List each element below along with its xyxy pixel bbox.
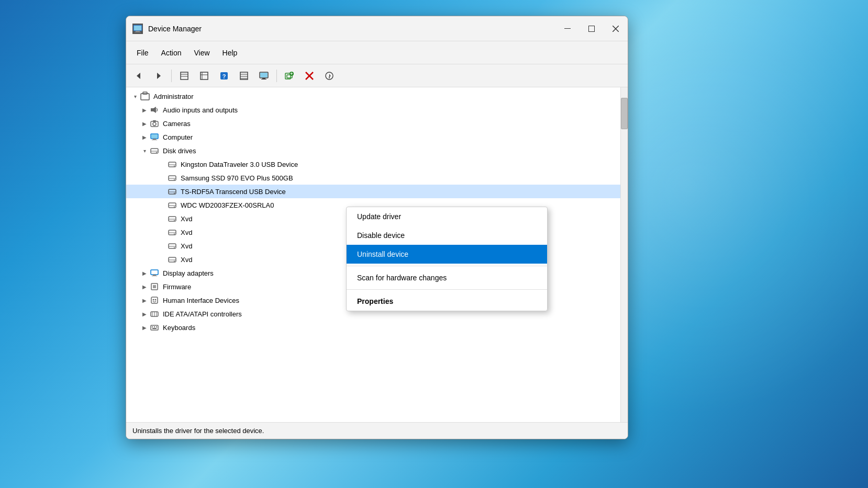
tree-item-kingston[interactable]: ▶ Kingston DataTraveler 3.0 USB Device [126,157,620,171]
context-update-driver[interactable]: Update driver [347,207,547,226]
device-manager-window: Device Manager File Action View Help [126,16,628,439]
svg-rect-37 [151,108,153,111]
ide-arrow: ▶ [140,309,149,319]
svg-rect-23 [262,78,265,79]
svg-rect-89 [152,328,157,329]
ide-label: IDE ATA/ATAPI controllers [163,310,242,318]
toolbar-help[interactable]: ? [215,67,233,84]
tree-item-disk-drives[interactable]: ▾ Disk drives [126,144,620,157]
toolbar-properties-view[interactable] [175,67,194,84]
wdc-label: WDC WD2003FZEX-00SRLA0 [181,201,274,209]
toolbar-update[interactable] [195,67,214,84]
tree-item-keyboards[interactable]: ▶ Keyboards [126,321,620,334]
kingston-icon [167,159,177,169]
svg-rect-45 [151,134,158,138]
root-icon [140,91,150,101]
toolbar-monitor[interactable] [254,67,273,84]
svg-point-66 [174,234,175,235]
svg-rect-75 [152,276,157,276]
svg-point-69 [174,247,175,248]
firmware-icon [149,281,160,292]
svg-point-40 [153,122,156,126]
hid-icon [149,295,160,305]
keyboards-label: Keyboards [163,324,195,332]
audio-arrow: ▶ [140,105,149,115]
context-uninstall-device[interactable]: Uninstall device [347,245,547,264]
toolbar-add-device[interactable]: + [280,67,299,84]
status-bar: Uninstalls the driver for the selected d… [126,422,628,439]
menu-bar: File Action View Help [126,41,628,64]
tree-root[interactable]: ▾ Administrator [126,89,620,103]
ts-icon [167,186,177,197]
scrollbar-thumb[interactable] [621,98,628,129]
toolbar-sep-2 [276,70,277,82]
toolbar-forward[interactable] [149,67,168,84]
svg-rect-2 [135,32,141,32]
svg-rect-4 [564,28,571,29]
kingston-label: Kingston DataTraveler 3.0 USB Device [181,161,298,168]
firmware-arrow: ▶ [140,282,149,291]
hid-label: Human Interface Devices [163,297,239,304]
display-label: Display adapters [163,269,214,277]
svg-rect-41 [153,120,156,122]
menu-help[interactable]: Help [216,46,244,60]
status-text: Uninstalls the driver for the selected d… [132,427,264,435]
close-button[interactable] [604,16,628,41]
audio-label: Audio inputs and outputs [163,106,238,114]
maximize-button[interactable] [580,16,604,41]
menu-action[interactable]: Action [155,46,188,60]
svg-marker-38 [153,107,156,113]
disk-drives-arrow: ▾ [140,146,149,155]
minimize-button[interactable] [555,16,580,41]
svg-rect-35 [141,94,149,100]
context-separator [347,266,547,266]
toolbar-view-resources[interactable] [235,67,253,84]
tree-item-audio[interactable]: ▶ Audio inputs and outputs [126,103,620,117]
svg-rect-86 [152,326,153,327]
svg-text:+: + [290,71,293,76]
svg-point-80 [155,299,157,301]
context-properties[interactable]: Properties [347,292,547,311]
toolbar-back[interactable] [129,67,148,84]
xvd3-label: Xvd [181,242,192,250]
svg-point-51 [174,166,175,167]
tree-item-ts-rdf5a[interactable]: ▶ TS-RDF5A Transcend USB Device [126,185,620,198]
context-disable-device[interactable]: Disable device [347,226,547,245]
tree-item-cameras[interactable]: ▶ Cameras [126,117,620,130]
root-arrow: ▾ [130,92,140,101]
svg-rect-73 [151,270,158,275]
computer-icon [149,132,160,142]
samsung-icon [167,173,177,183]
vertical-scrollbar[interactable] [620,87,628,422]
menu-view[interactable]: View [187,46,216,60]
svg-point-63 [174,220,175,221]
menu-file[interactable]: File [130,46,155,60]
toolbar: ? + [126,64,628,87]
display-icon [149,268,160,278]
tree-item-computer[interactable]: ▶ Computer [126,130,620,144]
toolbar-sep-1 [171,70,172,82]
toolbar-scan[interactable] [320,67,339,84]
svg-point-54 [174,179,175,180]
svg-rect-3 [134,26,141,30]
cameras-icon [149,118,160,129]
display-arrow: ▶ [140,268,149,278]
tree-item-samsung[interactable]: ▶ Samsung SSD 970 EVO Plus 500GB [126,171,620,185]
audio-icon [149,105,160,115]
window-controls [555,16,628,41]
ts-label: TS-RDF5A Transcend USB Device [181,188,286,196]
svg-rect-85 [151,325,158,330]
context-scan-hardware[interactable]: Scan for hardware changes [347,268,547,287]
svg-rect-43 [153,139,156,140]
computer-label: Computer [163,133,193,141]
svg-rect-44 [152,140,157,140]
svg-rect-74 [153,275,156,276]
cameras-label: Cameras [163,120,191,128]
toolbar-remove[interactable] [300,67,319,84]
cameras-arrow: ▶ [140,119,149,128]
svg-rect-1 [136,31,140,32]
firmware-label: Firmware [163,283,191,291]
svg-marker-9 [157,73,161,79]
svg-point-57 [174,193,175,194]
svg-rect-78 [151,297,158,303]
